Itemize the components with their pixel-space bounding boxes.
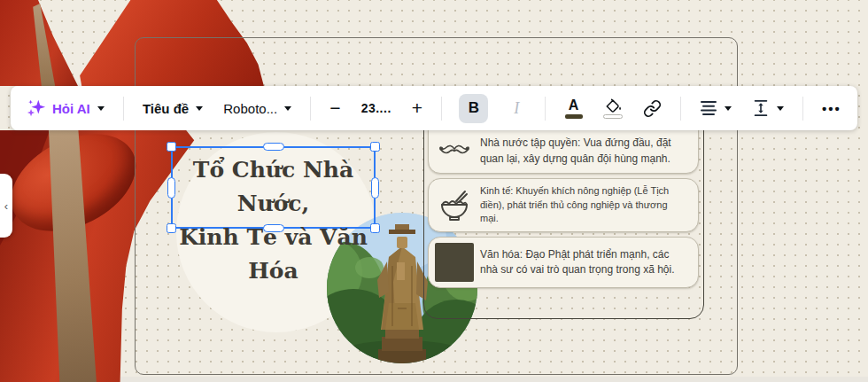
italic-button[interactable]: I [505,96,528,121]
text-align-button[interactable] [698,97,733,120]
text-color-button[interactable]: A [563,95,585,122]
font-size-value[interactable]: 23.... [360,97,393,119]
link-icon [643,99,662,118]
toolbar-divider [441,97,442,121]
chevron-down-icon [777,106,784,111]
toolbar-divider [545,97,546,121]
sparkle-icon [27,98,46,118]
text-style-button[interactable]: Tiêu đề [141,97,205,120]
text-color-swatch [565,114,583,119]
text-spacing-button[interactable] [750,96,786,121]
ask-ai-label: Hỏi AI [52,101,90,116]
chevron-down-icon [725,106,732,111]
dark-square-swatch [429,243,480,282]
font-name-label: Roboto... [223,101,277,116]
selection-handle-top[interactable] [263,143,284,151]
selection-handle-sw[interactable] [167,223,176,233]
line-spacing-icon [752,99,770,117]
toolbar-divider [123,97,124,121]
toolbar-divider [310,97,311,121]
paint-bucket-icon [603,98,623,113]
align-center-icon [700,100,717,116]
chevron-down-icon [196,106,203,111]
more-options-button[interactable]: ••• [820,97,843,120]
card-economy[interactable]: Kinh tế: Khuyến khích nông nghiệp (Lễ Tị… [428,178,699,232]
selection-handle-right[interactable] [371,177,379,199]
fill-color-swatch [603,114,623,119]
mustache-icon [429,142,480,158]
editor-root: Nhà nước tập quyền: Vua đứng đầu, đặt qu… [0,0,868,382]
text-color-label: A [569,98,579,113]
bold-button[interactable]: B [459,94,488,123]
selection-handle-bottom[interactable] [263,224,284,232]
panel-collapse-tab[interactable]: ‹ [0,174,12,238]
card-state-text: Nhà nước tập quyền: Vua đứng đầu, đặt qu… [480,136,698,167]
chevron-down-icon [97,106,105,111]
rice-bowl-icon [429,188,480,223]
toolbar-divider [680,97,681,121]
title-textbox-selection[interactable]: Tổ Chức Nhà Nước, Kinh Tế và Văn Hóa [171,146,376,229]
toolbar-divider [802,97,803,121]
selection-handle-ne[interactable] [370,142,380,152]
chevron-left-icon: ‹ [4,199,8,213]
card-culture-text: Văn hóa: Đạo Phật phát triển mạnh, các n… [480,247,698,278]
font-size-increase-button[interactable]: + [410,96,424,121]
card-economy-text: Kinh tế: Khuyến khích nông nghiệp (Lễ Tị… [480,184,698,227]
link-button[interactable] [641,96,663,121]
ellipsis-icon: ••• [822,101,841,116]
selection-handle-se[interactable] [370,223,380,233]
chevron-down-icon [284,106,291,111]
ask-ai-button[interactable]: Hỏi AI [25,95,106,121]
font-family-button[interactable]: Roboto... [221,97,293,120]
fill-color-button[interactable] [601,95,624,122]
text-toolbar: Hỏi AI Tiêu đề Roboto... − 23.... + B I [11,86,857,130]
text-style-label: Tiêu đề [143,101,189,116]
selection-handle-left[interactable] [167,177,175,199]
font-size-decrease-button[interactable]: − [328,96,342,121]
selection-handle-nw[interactable] [167,142,176,152]
card-culture[interactable]: Văn hóa: Đạo Phật phát triển mạnh, các n… [428,237,699,288]
slide-title[interactable]: Tổ Chức Nhà Nước, Kinh Tế và Văn Hóa [173,153,374,288]
